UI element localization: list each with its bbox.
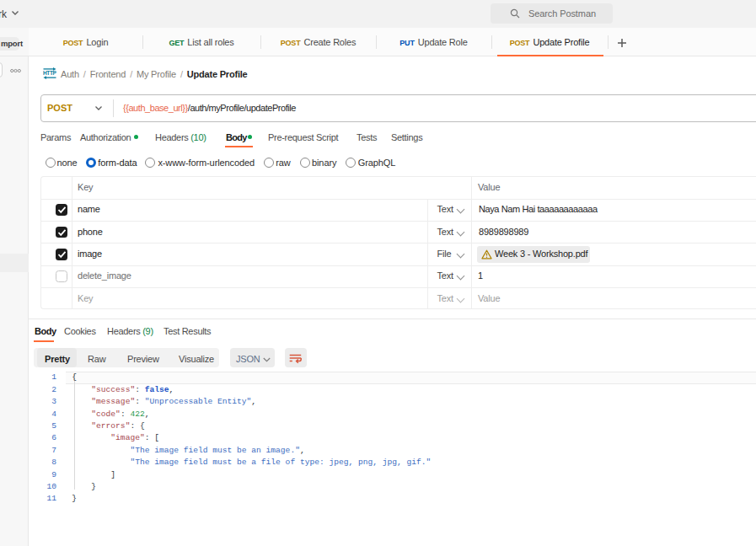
svg-text:HTTP: HTTP (43, 70, 56, 76)
